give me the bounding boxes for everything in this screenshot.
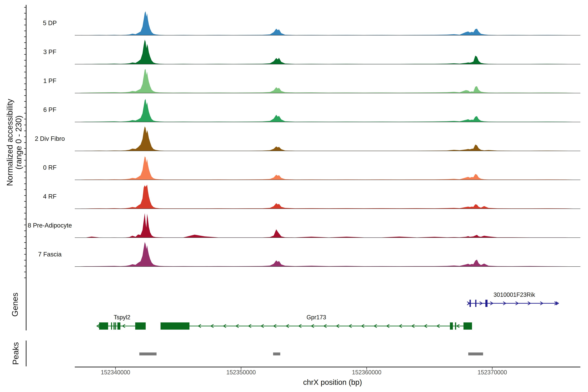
track-label-4-rf: 4 RF <box>43 193 56 200</box>
track-label-1-pf: 1 PF <box>43 78 56 84</box>
peak-interval <box>468 352 483 356</box>
gene-exon <box>160 322 190 330</box>
coverage-track-4-rf <box>76 185 582 209</box>
x-axis-title: chrX position (bp) <box>303 378 362 386</box>
track-label-2-div-fibro: 2 Div Fibro <box>35 135 65 142</box>
x-axis-tick-label: 152350000 <box>226 369 256 376</box>
peaks-section-label: Peaks <box>11 342 20 365</box>
coverage-track-2-div-fibro <box>76 126 582 151</box>
gene-exon <box>115 322 116 330</box>
coverage-track-3-pf <box>76 40 582 64</box>
genome-tracks-canvas: 5 DP3 PF1 PF6 PF2 Div Fibro0 RF4 RF8 Pre… <box>0 0 588 392</box>
peak-interval <box>139 352 156 356</box>
gene-exon <box>470 300 471 307</box>
track-label-3-pf: 3 PF <box>43 48 56 55</box>
gene-exon <box>475 300 476 307</box>
gene-exon <box>450 322 453 330</box>
track-label-8-pre-adipocyte: 8 Pre-Adipocyte <box>28 222 72 229</box>
gene-exon <box>111 322 112 330</box>
x-axis-tick-label: 152370000 <box>478 369 507 376</box>
gene-exon <box>455 322 456 330</box>
x-axis-tick-label: 152360000 <box>352 369 382 376</box>
gene-exon <box>135 322 146 330</box>
track-label-7-fascia: 7 Fascia <box>38 251 62 258</box>
gene-exon <box>114 322 115 330</box>
y-axis-label-line1: Normalized accessibility <box>5 99 14 186</box>
coverage-track-7-fascia <box>76 242 582 266</box>
genes-section-label: Genes <box>10 292 20 316</box>
track-label-6-pf: 6 PF <box>43 106 56 113</box>
x-axis-tick-label: 152340000 <box>101 369 130 376</box>
track-label-5-dp: 5 DP <box>43 20 57 26</box>
gene-exon <box>99 322 108 330</box>
gene-exon <box>486 300 488 307</box>
coverage-track-8-pre-adipocyte <box>76 213 582 238</box>
gene-exon <box>464 322 472 330</box>
coverage-plot-figure: 5 DP3 PF1 PF6 PF2 Div Fibro0 RF4 RF8 Pre… <box>0 0 588 392</box>
coverage-track-5-dp <box>76 11 582 35</box>
coverage-track-0-rf <box>76 156 582 180</box>
peak-interval <box>273 352 280 356</box>
gene-exon <box>118 322 120 330</box>
gene-label-gpr173: Gpr173 <box>306 314 326 320</box>
coverage-track-6-pf <box>76 99 582 122</box>
coverage-track-1-pf <box>76 69 582 93</box>
gene-model-gpr173: Gpr173 <box>160 314 472 330</box>
track-label-0-rf: 0 RF <box>43 164 56 171</box>
gene-model-tspyl2: Tspyl2 <box>97 314 146 330</box>
y-axis-label-line2: (range 0 - 230) <box>14 116 23 170</box>
gene-label-tspyl2: Tspyl2 <box>114 314 130 320</box>
gene-model-3010001f23rik: 3010001F23Rik <box>467 292 558 307</box>
gene-label-3010001f23rik: 3010001F23Rik <box>494 292 535 298</box>
